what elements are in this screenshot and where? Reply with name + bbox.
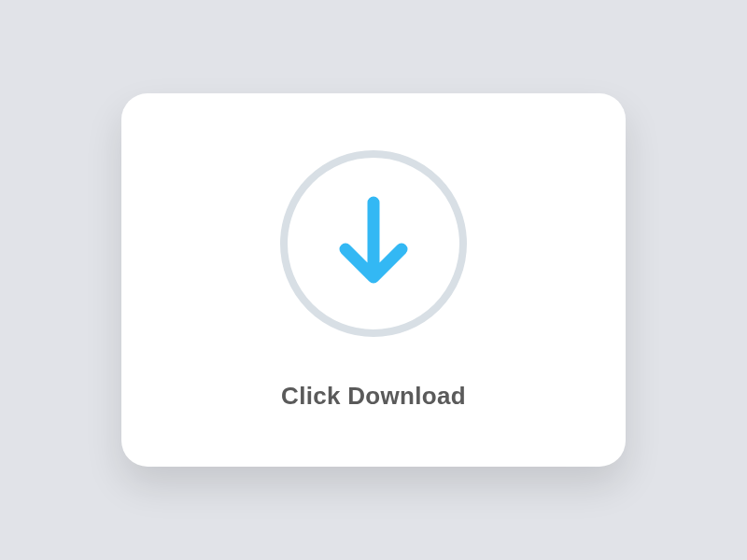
download-icon-circle	[280, 150, 467, 337]
download-arrow-icon	[331, 195, 416, 292]
download-label: Click Download	[281, 382, 466, 411]
download-card[interactable]: Click Download	[121, 93, 626, 467]
